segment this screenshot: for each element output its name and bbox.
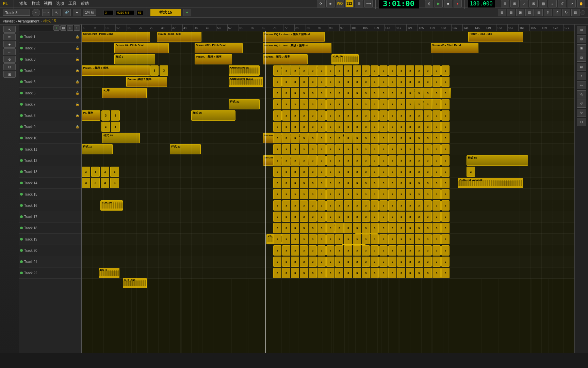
repeat-clip-18-18[interactable]: 3 [432, 234, 441, 244]
repeat-clip-18-19[interactable]: 3 [441, 234, 450, 244]
repeat-clip-14-9[interactable]: 3 [353, 189, 361, 199]
track-row-22[interactable]: KS_SV_R_15033333333333333333333 [82, 267, 574, 279]
repeat-clip-5-14[interactable]: 3 [397, 88, 405, 98]
clip-9-0[interactable]: 样式 18 [102, 133, 140, 143]
clip-8-1[interactable]: 3 [111, 122, 119, 132]
repeat-clip-4-15[interactable]: 3 [406, 77, 414, 87]
repeat-clip-8-16[interactable]: 3 [415, 122, 423, 132]
repeat-clip-9-15[interactable]: 3 [406, 133, 414, 143]
repeat-clip-21-0[interactable]: 3 [273, 268, 281, 278]
track-row-3[interactable]: 样式 3Param. - 频段 7 频率Param. - 频段 7 频率V_R_… [82, 54, 574, 65]
repeat-clip-17-16[interactable]: 3 [415, 223, 423, 233]
repeat-clip-14-11[interactable]: 3 [371, 189, 379, 199]
track-row-15[interactable]: 33333333333333333333 [82, 189, 574, 200]
rp-btn-6[interactable]: ↕ [577, 72, 586, 80]
repeat-clip-18-11[interactable]: 3 [371, 234, 379, 244]
repeat-clip-11-19[interactable]: 3 [441, 155, 450, 166]
s-tool-6[interactable]: ⇕ [544, 9, 552, 16]
repeat-clip-16-0[interactable]: 3 [273, 212, 281, 222]
repeat-clip-19-6[interactable]: 3 [326, 245, 334, 256]
repeat-clip-20-2[interactable]: 3 [291, 257, 299, 267]
repeat-clip-6-5[interactable]: 3 [317, 99, 326, 109]
repeat-clip-10-1[interactable]: 3 [282, 144, 290, 154]
repeat-clip-16-12[interactable]: 3 [379, 212, 388, 222]
repeat-clip-4-4[interactable]: 3 [309, 77, 317, 87]
repeat-clip-7-1[interactable]: 3 [282, 110, 290, 121]
repeat-clip-13-9[interactable]: 3 [353, 178, 361, 188]
track-dot-17[interactable] [20, 215, 23, 218]
repeat-clip-21-17[interactable]: 3 [424, 268, 432, 278]
effects-btn[interactable]: ⌂ [549, 0, 557, 7]
repeat-clip-5-12[interactable]: 3 [379, 88, 388, 98]
clip-13-2[interactable]: 3 [101, 178, 109, 188]
repeat-clip-5-19[interactable]: 3 [441, 88, 450, 98]
repeat-clip-20-9[interactable]: 3 [353, 257, 361, 267]
repeat-clip-14-17[interactable]: 3 [424, 189, 432, 199]
repeat-clip-8-19[interactable]: 3 [441, 122, 450, 132]
repeat-clip-17-19[interactable]: 3 [441, 223, 450, 233]
track-dot-3[interactable] [20, 58, 23, 61]
track-row-21[interactable]: 33333333333333333333 [82, 256, 574, 267]
repeat-clip-13-10[interactable]: 3 [362, 178, 370, 188]
clip-1-1[interactable]: Serum #22 - Pitch Bend [195, 43, 243, 53]
repeat-clip-14-19[interactable]: 3 [441, 189, 450, 199]
repeat-clip-21-4[interactable]: 3 [309, 268, 317, 278]
repeat-clip-15-5[interactable]: 3 [317, 200, 326, 211]
track-dot-4[interactable] [20, 69, 23, 72]
pattern-add[interactable]: + [183, 9, 191, 16]
repeat-clip-18-6[interactable]: 3 [326, 234, 334, 244]
repeat-clip-20-7[interactable]: 3 [335, 257, 343, 267]
repeat-clip-6-18[interactable]: 3 [432, 99, 441, 109]
repeat-clip-6-14[interactable]: 3 [397, 99, 405, 109]
repeat-clip-3-19[interactable]: 3 [441, 65, 450, 76]
track-lock-1[interactable]: 🔒 [76, 35, 79, 39]
repeat-clip-4-8[interactable]: 3 [344, 77, 352, 87]
track-header-1[interactable]: Track 1🔒 [19, 31, 81, 43]
clip-0-0[interactable]: Serum #10 - Pitch Bend [82, 32, 150, 42]
repeat-clip-8-10[interactable]: 3 [362, 122, 370, 132]
track-header-20[interactable]: Track 20 [19, 245, 81, 256]
repeat-clip-3-4[interactable]: 3 [309, 65, 317, 76]
repeat-clip-16-2[interactable]: 3 [291, 212, 299, 222]
repeat-clip-10-2[interactable]: 3 [291, 144, 299, 154]
clip-7-0[interactable]: Pa. 频率 [82, 110, 100, 121]
repeat-clip-17-13[interactable]: 3 [388, 223, 396, 233]
repeat-clip-20-11[interactable]: 3 [371, 257, 379, 267]
repeat-clip-21-15[interactable]: 3 [406, 268, 414, 278]
repeat-clip-19-14[interactable]: 3 [397, 245, 405, 256]
rp-btn-10[interactable]: ↻ [577, 109, 586, 117]
repeat-clip-8-8[interactable]: 3 [344, 122, 352, 132]
clip-12-2[interactable]: 3 [101, 167, 109, 177]
repeat-clip-14-3[interactable]: 3 [300, 189, 308, 199]
repeat-clip-14-13[interactable]: 3 [388, 189, 396, 199]
repeat-clip-9-6[interactable]: 3 [326, 133, 334, 143]
repeat-clip-3-11[interactable]: 3 [371, 65, 379, 76]
rp-btn-8[interactable]: 🔌 [577, 90, 586, 98]
breadcrumb-part2[interactable]: 样式 15 [43, 18, 56, 24]
repeat-clip-8-12[interactable]: 3 [379, 122, 388, 132]
repeat-clip-16-19[interactable]: 3 [441, 212, 450, 222]
repeat-clip-13-14[interactable]: 3 [397, 178, 405, 188]
menu-view[interactable]: 视图 [44, 1, 52, 6]
clip-2-3[interactable]: V_R_50 [331, 54, 359, 64]
repeat-clip-17-12[interactable]: 3 [379, 223, 388, 233]
tool-link[interactable]: 🔗 [63, 9, 71, 16]
repeat-clip-12-6[interactable]: 3 [326, 167, 334, 177]
repeat-clip-18-2[interactable]: 3 [291, 234, 299, 244]
repeat-clip-4-0[interactable]: 3 [273, 77, 281, 87]
repeat-clip-6-10[interactable]: 3 [362, 99, 370, 109]
repeat-clip-5-8[interactable]: 3 [344, 88, 352, 98]
repeat-clip-5-18[interactable]: 3 [432, 88, 441, 98]
arrow-btn[interactable]: ↺ [558, 0, 566, 7]
track-row-2[interactable]: Serum #6 - Pitch BendSerum #22 - Pitch B… [82, 43, 574, 54]
repeat-clip-15-13[interactable]: 3 [388, 200, 396, 211]
repeat-clip-20-0[interactable]: 3 [273, 257, 281, 267]
repeat-clip-7-4[interactable]: 3 [309, 110, 317, 121]
repeat-clip-9-13[interactable]: 3 [388, 133, 396, 143]
track-row-16[interactable]: V_R_5033333333333333333333 [82, 200, 574, 211]
repeat-clip-21-7[interactable]: 3 [335, 268, 343, 278]
repeat-clip-19-13[interactable]: 3 [388, 245, 396, 256]
toolbar-icon-seq[interactable]: ⊞ [355, 0, 363, 7]
add-track-btn[interactable]: + [53, 25, 60, 31]
repeat-clip-3-13[interactable]: 3 [388, 65, 396, 76]
